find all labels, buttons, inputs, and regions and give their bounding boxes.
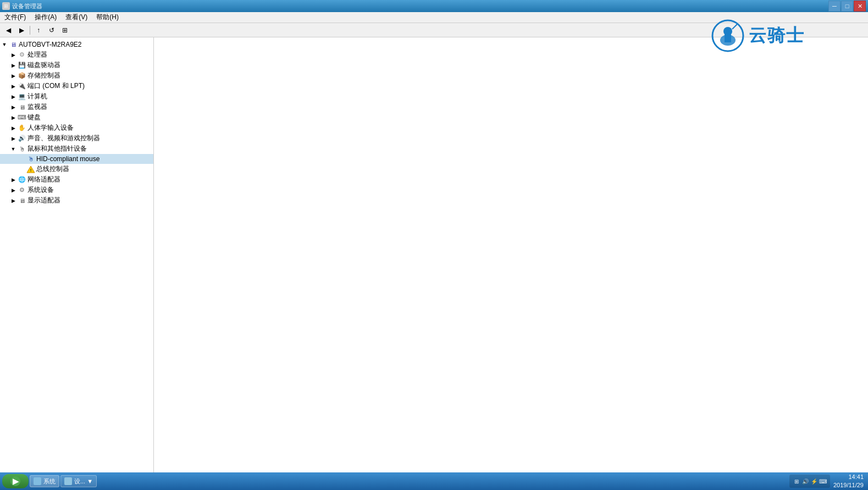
expander-empty [18,165,26,174]
taskbar-system-label: 系统 [43,477,56,486]
minimize-button[interactable]: ─ [828,1,841,12]
toolbar-separator [30,26,30,35]
item-label: 显示适配器 [27,196,60,205]
clock-time: 14:41 [833,473,864,481]
svg-text:!: ! [30,168,32,173]
bus-icon: ! [26,165,35,174]
tree-item-mice[interactable]: ▼ 🖱 鼠标和其他指针设备 [0,144,153,154]
item-label: 网络适配器 [27,175,60,184]
expander[interactable]: ▶ [9,113,18,122]
window-icon: ⊞ [2,2,10,10]
item-label: 端口 (COM 和 LPT) [27,81,85,91]
display-icon: 🖥 [18,196,26,205]
right-panel [154,37,868,472]
toolbar-refresh[interactable]: ↺ [46,25,58,36]
tree-item-keyboard[interactable]: ▶ ⌨ 键盘 [0,112,153,123]
expander[interactable]: ▶ [9,61,18,70]
disk-icon: 💾 [18,61,26,70]
network-icon: 🌐 [18,175,26,184]
title-bar: ⊞ 设备管理器 ─ □ ✕ [0,0,868,12]
menu-file[interactable]: 文件(F) [1,12,29,23]
monitor-icon: 🖥 [18,103,26,112]
taskbar-system-btn[interactable]: 系统 [30,475,59,487]
tree-item-computer[interactable]: ▶ 💻 计算机 [0,91,153,102]
start-button[interactable]: ▶ [2,474,29,488]
item-label: 存储控制器 [27,71,60,80]
item-label: 监视器 [27,102,47,112]
system-icon: ⚙ [18,186,26,195]
menu-action[interactable]: 操作(A) [31,12,60,23]
keyboard-icon: ⌨ [18,113,26,122]
item-label: 人体学输入设备 [27,123,74,133]
logo-text: 云骑士 [749,24,805,48]
window-title: 设备管理器 [12,2,42,10]
toolbar-up[interactable]: ↑ [32,25,45,36]
item-label: 鼠标和其他指针设备 [27,144,87,153]
tree-item-system[interactable]: ▶ ⚙ 系统设备 [0,185,153,195]
expander[interactable]: ▼ [9,145,18,153]
svg-point-4 [723,27,732,36]
audio-icon: 🔊 [18,134,26,143]
item-label: 总线控制器 [36,164,69,174]
expander[interactable]: ▶ [9,134,18,143]
tree-item-processor[interactable]: ▶ ⚙ 处理器 [0,49,153,60]
menu-help[interactable]: 帮助(H) [93,12,122,23]
taskbar: ▶ 系统 设... ▼ ⊞ 🔊 ⚡ ⌨ 14:41 2019/11/29 [0,472,868,490]
expander[interactable]: ▶ [9,196,18,205]
mice-icon: 🖱 [18,145,26,153]
item-label: 磁盘驱动器 [27,60,60,70]
toolbar-forward[interactable]: ▶ [15,25,27,36]
taskbar-settings-label: 设... ▼ [74,477,93,486]
toolbar-back[interactable]: ◀ [2,25,14,36]
svg-rect-5 [725,35,731,42]
hid-mouse-icon: 🖱 [26,155,35,163]
tree-item-storage[interactable]: ▶ 📦 存储控制器 [0,70,153,81]
menu-view[interactable]: 查看(V) [62,12,91,23]
taskbar-tray: ⊞ 🔊 ⚡ ⌨ [789,475,830,488]
storage-icon: 📦 [18,71,26,80]
tray-volume-icon: 🔊 [801,477,809,485]
computer-icon: 💻 [18,92,26,101]
expander[interactable]: ▶ [9,124,18,133]
tree-item-port[interactable]: ▶ 🔌 端口 (COM 和 LPT) [0,81,153,91]
item-label: 处理器 [27,50,47,59]
expander[interactable]: ▶ [9,175,18,184]
taskbar-settings-icon [64,477,72,485]
taskbar-settings-btn[interactable]: 设... ▼ [60,475,97,487]
expander[interactable]: ▶ [9,51,18,59]
maximize-button[interactable]: □ [841,1,853,12]
taskbar-system-icon [34,477,41,485]
tree-item-network[interactable]: ▶ 🌐 网络适配器 [0,174,153,185]
item-label: HID-compliant mouse [36,155,99,163]
main-content: ▼ 🖥 AUTOBVT-M2RA9E2 ▶ ⚙ 处理器 ▶ 💾 磁盘驱动器 ▶ … [0,37,868,472]
item-label: 键盘 [27,113,41,122]
tree-item-hid[interactable]: ▶ ✋ 人体学输入设备 [0,123,153,133]
tree-item-hid-mouse[interactable]: 🖱 HID-compliant mouse [0,154,153,164]
close-button[interactable]: ✕ [854,1,866,12]
tree-root[interactable]: ▼ 🖥 AUTOBVT-M2RA9E2 [0,40,153,49]
expander-empty [18,155,26,163]
clock-date: 2019/11/29 [833,481,864,489]
logo-icon [711,19,744,52]
tree-item-bus[interactable]: ! 总线控制器 [0,164,153,174]
expander[interactable]: ▶ [9,186,18,195]
tree-item-audio[interactable]: ▶ 🔊 声音、视频和游戏控制器 [0,133,153,144]
expander[interactable]: ▶ [9,92,18,101]
tree-item-diskdrive[interactable]: ▶ 💾 磁盘驱动器 [0,60,153,70]
root-expander[interactable]: ▼ [0,40,9,49]
tree-item-monitor[interactable]: ▶ 🖥 监视器 [0,102,153,112]
expander[interactable]: ▶ [9,82,18,91]
root-label: AUTOBVT-M2RA9E2 [19,41,81,48]
tray-battery-icon: ⚡ [810,477,818,485]
tree-item-display[interactable]: ▶ 🖥 显示适配器 [0,195,153,206]
expander[interactable]: ▶ [9,103,18,112]
taskbar-clock[interactable]: 14:41 2019/11/29 [831,473,866,490]
toolbar-properties[interactable]: ⊞ [59,25,71,36]
item-label: 计算机 [27,92,47,101]
hid-icon: ✋ [18,124,26,133]
root-icon: 🖥 [9,40,18,49]
tray-network-icon: ⊞ [793,477,800,485]
logo-area: 云骑士 [703,14,813,58]
expander[interactable]: ▶ [9,71,18,80]
item-label: 系统设备 [27,185,54,195]
